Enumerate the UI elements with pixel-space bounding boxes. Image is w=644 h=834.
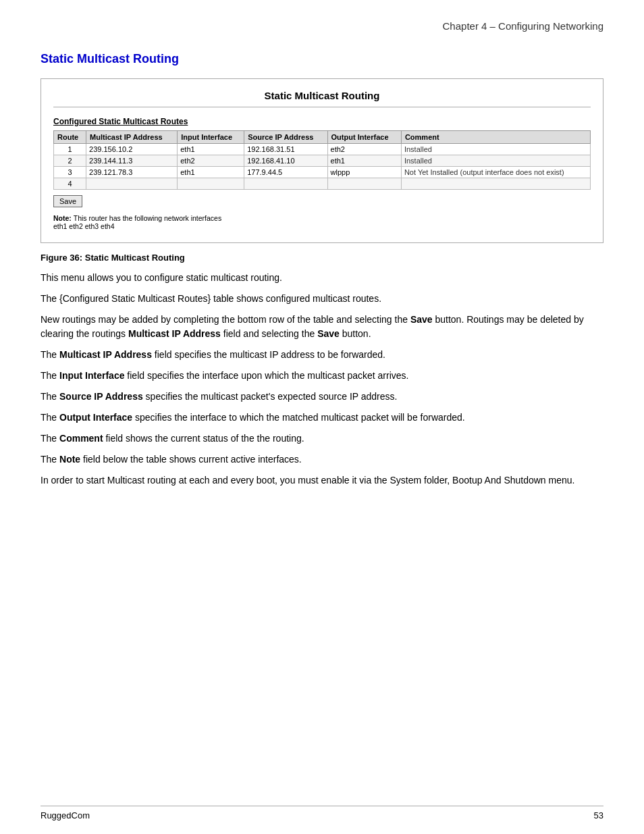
table-row: 1239.156.10.2eth1192.168.31.51eth2Instal… (54, 144, 591, 155)
body-paragraph-p10: In order to start Multicast routing at e… (41, 473, 603, 488)
note-interfaces: eth1 eth2 eth3 eth4 (53, 222, 115, 230)
table-cell: 177.9.44.5 (244, 167, 327, 178)
body-paragraph-p5: The Input Interface field specifies the … (41, 369, 603, 383)
table-cell: 239.144.11.3 (86, 155, 178, 167)
footer-left: RuggedCom (41, 810, 90, 820)
chapter-header: Chapter 4 – Configuring Networking (41, 20, 603, 32)
table-cell: 239.121.78.3 (86, 167, 178, 178)
col-output-iface: Output Interface (327, 131, 401, 144)
body-paragraph-p3: New routings may be added by completing … (41, 313, 603, 341)
col-comment: Comment (401, 131, 590, 144)
page-container: Chapter 4 – Configuring Networking Stati… (0, 0, 644, 834)
footer-right: 53 (594, 810, 603, 820)
table-cell (86, 178, 178, 190)
body-paragraph-p2: The {Configured Static Multicast Routes}… (41, 292, 603, 306)
table-cell: eth2 (327, 144, 401, 155)
col-input-iface: Input Interface (178, 131, 244, 144)
page-footer: RuggedCom 53 (41, 806, 603, 820)
body-paragraph-p4: The Multicast IP Address field specifies… (41, 348, 603, 362)
col-route: Route (54, 131, 86, 144)
table-cell (178, 178, 244, 190)
table-row: 3239.121.78.3eth1177.9.44.5wlpppNot Yet … (54, 167, 591, 178)
table-cell (327, 178, 401, 190)
save-button[interactable]: Save (53, 195, 82, 207)
table-cell (401, 178, 590, 190)
table-cell: Not Yet Installed (output interface does… (401, 167, 590, 178)
table-cell (244, 178, 327, 190)
note-label: Note: (53, 214, 74, 222)
figure-caption-text: Figure 36: Static Multicast Routing (41, 253, 185, 263)
ui-box-title: Static Multicast Routing (53, 90, 591, 107)
configured-routes-label: Configured Static Multicast Routes (53, 117, 591, 126)
col-source-ip: Source IP Address (244, 131, 327, 144)
body-paragraph-p7: The Output Interface specifies the inter… (41, 411, 603, 425)
table-cell: eth1 (178, 167, 244, 178)
table-cell: eth2 (178, 155, 244, 167)
table-row: 2239.144.11.3eth2192.168.41.10eth1Instal… (54, 155, 591, 167)
note-section: Note: This router has the following netw… (53, 214, 591, 230)
table-cell: 1 (54, 144, 86, 155)
table-cell: Installed (401, 155, 590, 167)
table-cell: 4 (54, 178, 86, 190)
body-paragraph-p1: This menu allows you to configure static… (41, 271, 603, 285)
note-body: This router has the following network in… (74, 214, 221, 222)
table-cell: 192.168.41.10 (244, 155, 327, 167)
table-cell: 3 (54, 167, 86, 178)
table-cell: eth1 (327, 155, 401, 167)
body-paragraphs: This menu allows you to configure static… (41, 271, 603, 488)
table-row: 4 (54, 178, 591, 190)
section-title: Static Multicast Routing (41, 52, 603, 66)
table-cell: wlppp (327, 167, 401, 178)
table-cell: Installed (401, 144, 590, 155)
ui-screenshot-box: Static Multicast Routing Configured Stat… (41, 78, 603, 243)
table-cell: 2 (54, 155, 86, 167)
chapter-title: Chapter 4 – Configuring Networking (443, 20, 603, 32)
table-cell: 192.168.31.51 (244, 144, 327, 155)
routes-table: Route Multicast IP Address Input Interfa… (53, 130, 591, 190)
body-paragraph-p9: The Note field below the table shows cur… (41, 452, 603, 467)
figure-caption: Figure 36: Static Multicast Routing (41, 253, 603, 263)
table-cell: 239.156.10.2 (86, 144, 178, 155)
table-cell: eth1 (178, 144, 244, 155)
body-paragraph-p8: The Comment field shows the current stat… (41, 432, 603, 446)
body-paragraph-p6: The Source IP Address specifies the mult… (41, 390, 603, 404)
col-multicast-ip: Multicast IP Address (86, 131, 178, 144)
